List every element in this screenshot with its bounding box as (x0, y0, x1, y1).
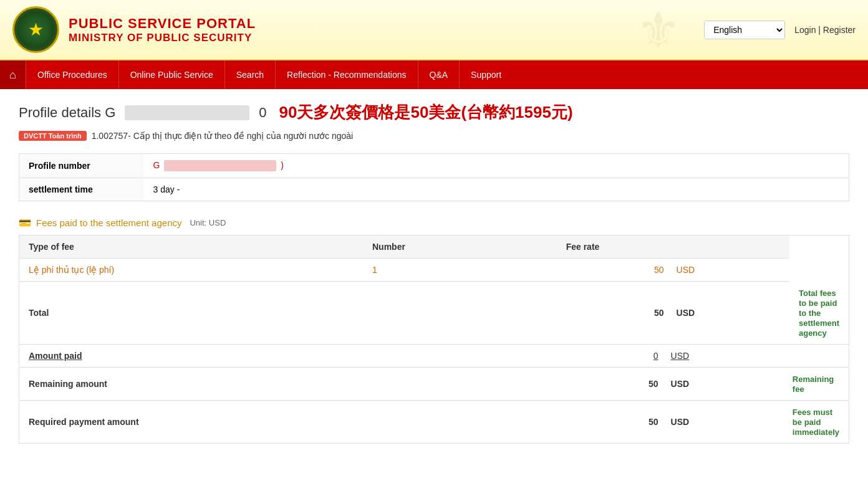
amount-paid-currency: USD (668, 345, 783, 368)
profile-number-row: Profile number G ) (19, 154, 849, 178)
profile-number-suffix: ) (281, 160, 284, 170)
language-selector[interactable]: English Tiếng Việt (704, 21, 785, 39)
col-header-feerate: Fee rate (557, 236, 673, 259)
login-register-links[interactable]: Login | Register (794, 25, 856, 35)
nav-item-reflection-recommendations[interactable]: Reflection - Recommendations (275, 60, 417, 89)
remaining-currency-cell: USD (668, 367, 783, 400)
required-payment-row: Required payment amount 50 USD Fees must… (19, 400, 849, 443)
col-header-type: Type of fee (19, 236, 364, 259)
logo-area: ★ PUBLIC SERVICE PORTAL MINISTRY OF PUBL… (12, 6, 256, 53)
header-right: English Tiếng Việt Login | Register (704, 21, 856, 39)
nav-item-office-procedures[interactable]: Office Procedures (26, 60, 118, 89)
profile-header-row: Profile details G 0 90天多次簽價格是50美金(台幣約159… (19, 102, 849, 123)
total-empty-cell (363, 282, 557, 345)
col-header-note (673, 236, 789, 259)
total-currency-cell: USD (673, 282, 789, 345)
fees-total-row: Total 50 USD Total fees to be paid to th… (19, 282, 849, 345)
settlement-time-row: settlement time 3 day - (19, 178, 849, 201)
profile-title-prefix: Profile details G (19, 105, 115, 121)
remaining-label-cell: Remaining amount (19, 367, 363, 400)
nav-item-online-public-service[interactable]: Online Public Service (118, 60, 224, 89)
page-header: ★ PUBLIC SERVICE PORTAL MINISTRY OF PUBL… (0, 0, 868, 60)
col-header-number: Number (363, 236, 557, 259)
required-value-cell: 50 (552, 400, 668, 443)
header-watermark: ⚜ (636, 1, 681, 59)
service-badge-row: DVCTT Toàn trình 1.002757 - Cấp thị thực… (19, 131, 849, 141)
amount-paid-currency-text[interactable]: USD (671, 351, 690, 361)
fees-header-text: Fees paid to the settlement agency (36, 217, 181, 228)
nav-item-qanda[interactable]: Q&A (418, 60, 460, 89)
profile-number-blur (164, 160, 276, 171)
service-description: - Cấp thị thực điện tử theo đề nghị của … (128, 131, 353, 141)
logo-emblem: ★ (12, 6, 59, 53)
required-label-cell: Required payment amount (19, 400, 363, 443)
profile-number-value: G ) (144, 154, 849, 178)
settlement-time-label: settlement time (19, 178, 144, 201)
profile-id-blur (125, 105, 249, 120)
header-title: PUBLIC SERVICE PORTAL MINISTRY OF PUBLIC… (69, 16, 256, 44)
required-note-cell: Fees must be paid immediately (783, 400, 849, 443)
fees-payment-table: Amount paid 0 USD Remaining amount 50 US… (19, 345, 849, 444)
service-code: 1.002757 (92, 131, 128, 141)
settlement-time-value: 3 day - (144, 178, 849, 201)
profile-number-label: Profile number (19, 154, 144, 178)
required-empty (363, 400, 552, 443)
remaining-note-text: Remaining fee (793, 374, 834, 394)
portal-title-sub: MINISTRY OF PUBLIC SECURITY (69, 32, 256, 44)
remaining-empty (363, 367, 552, 400)
amount-paid-number: 0 (653, 351, 658, 361)
amount-paid-note (783, 345, 849, 368)
remaining-value-cell: 50 (552, 367, 668, 400)
profile-number-prefix: G (153, 160, 160, 170)
total-note-inline: Total fees to be paid to the settlement … (789, 282, 849, 345)
fees-unit-text: Unit: USD (190, 218, 226, 227)
nav-item-support[interactable]: Support (459, 60, 513, 89)
fee-currency-cell: USD (673, 259, 789, 282)
fees-section-header: 💳 Fees paid to the settlement agency Uni… (19, 217, 849, 229)
chinese-annotation: 90天多次簽價格是50美金(台幣約1595元) (279, 102, 573, 123)
required-currency-cell: USD (668, 400, 783, 443)
nav-item-search[interactable]: Search (224, 60, 275, 89)
dvctt-badge: DVCTT Toàn trình (19, 131, 87, 141)
nav-home-button[interactable]: ⌂ (0, 60, 26, 89)
profile-info-table: Profile number G ) settlement time 3 day… (19, 153, 849, 201)
fee-number-cell: 1 (363, 259, 557, 282)
amount-paid-label: Amount paid (19, 345, 363, 368)
portal-title-main: PUBLIC SERVICE PORTAL (69, 16, 256, 32)
remaining-note-cell: Remaining fee (783, 367, 849, 400)
home-icon: ⌂ (9, 69, 16, 82)
amount-paid-row: Amount paid 0 USD (19, 345, 849, 368)
fees-table-header-row: Type of fee Number Fee rate (19, 236, 849, 259)
fees-icon: 💳 (19, 217, 31, 229)
amount-paid-label-text[interactable]: Amount paid (29, 351, 82, 361)
main-content: Profile details G 0 90天多次簽價格是50美金(台幣約159… (0, 89, 868, 456)
required-note-text: Fees must be paid immediately (793, 408, 839, 437)
profile-title-suffix: 0 (259, 105, 266, 121)
star-icon: ★ (28, 19, 44, 40)
total-amount-cell: 50 (557, 282, 673, 345)
fee-type-cell: Lệ phí thủ tục (lệ phí) (19, 259, 364, 282)
main-navbar: ⌂ Office Procedures Online Public Servic… (0, 60, 868, 89)
fee-rate-cell: 50 (557, 259, 673, 282)
remaining-amount-row: Remaining amount 50 USD Remaining fee (19, 367, 849, 400)
amount-paid-empty (363, 345, 552, 368)
fees-table: Type of fee Number Fee rate Lệ phí thủ t… (19, 235, 849, 345)
fee-detail-row: Lệ phí thủ tục (lệ phí) 1 50 USD (19, 259, 849, 282)
total-label-cell: Total (19, 282, 364, 345)
amount-paid-value: 0 (552, 345, 668, 368)
